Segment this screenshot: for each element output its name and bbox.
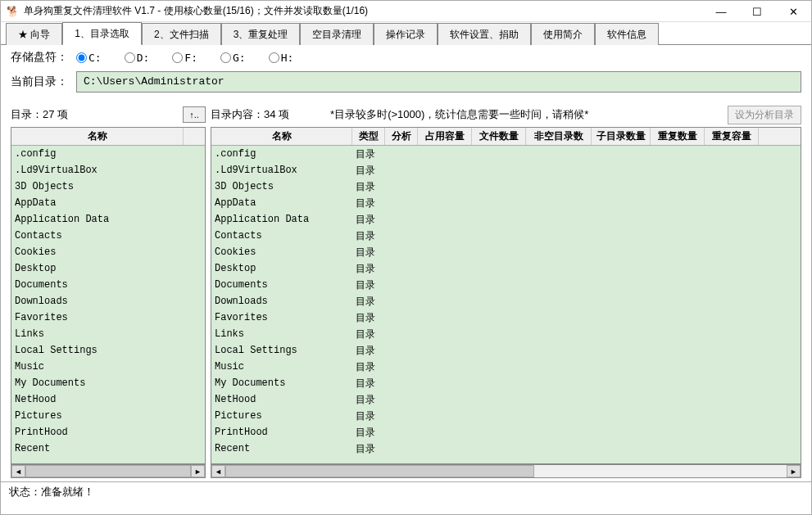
list-item[interactable]: Downloads: [11, 293, 205, 309]
tab-2[interactable]: 2、文件扫描: [142, 23, 221, 45]
table-row[interactable]: PrintHood目录: [211, 424, 801, 440]
list-item[interactable]: Application Data: [11, 211, 205, 228]
right-col-2[interactable]: 分析: [385, 128, 418, 145]
right-col-6[interactable]: 子目录数量: [592, 128, 651, 145]
table-row[interactable]: NetHood目录: [211, 391, 801, 408]
scroll-left-icon[interactable]: ◄: [211, 465, 225, 477]
right-pane: 目录内容：34 项 *目录较多时(>1000)，统计信息需要一些时间，请稍候* …: [211, 106, 801, 464]
right-col-5[interactable]: 非空目录数: [526, 128, 592, 145]
tab-8[interactable]: 软件信息: [595, 23, 659, 45]
status-text: 状态：准备就绪！: [9, 485, 94, 499]
minimize-button[interactable]: —: [703, 1, 739, 22]
hscroll-row: ◄ ► ◄ ►: [1, 464, 811, 481]
left-pane: 目录：27 项 ↑.. 名称 .config.Ld9VirtualBox3D O…: [11, 106, 206, 464]
content-list: 名称类型分析占用容量文件数量非空目录数子目录数量重复数量重复容量 .config…: [211, 127, 801, 464]
left-hscroll[interactable]: ◄ ►: [11, 464, 206, 478]
tab-5[interactable]: 操作记录: [374, 23, 438, 45]
right-col-3[interactable]: 占用容量: [418, 128, 472, 145]
up-directory-button[interactable]: ↑..: [183, 106, 206, 123]
list-item[interactable]: Cookies: [11, 244, 205, 260]
right-pane-header: 目录内容：34 项 *目录较多时(>1000)，统计信息需要一些时间，请稍候* …: [211, 106, 801, 124]
table-row[interactable]: Contacts目录: [211, 228, 801, 244]
tab-6[interactable]: 软件设置、捐助: [438, 23, 531, 45]
left-pane-header: 目录：27 项 ↑..: [11, 106, 206, 124]
right-col-8[interactable]: 重复容量: [705, 128, 759, 145]
list-item[interactable]: PrintHood: [11, 424, 205, 440]
table-row[interactable]: Local Settings目录: [211, 342, 801, 359]
tab-7[interactable]: 使用简介: [531, 23, 595, 45]
list-item[interactable]: Documents: [11, 277, 205, 293]
right-col-1[interactable]: 类型: [352, 128, 385, 145]
drive-label: 存储盘符：: [11, 50, 76, 65]
drive-radio-F[interactable]: F:: [172, 52, 197, 64]
left-list-header: 名称: [11, 128, 205, 146]
table-row[interactable]: Favorites目录: [211, 309, 801, 326]
right-col-0[interactable]: 名称: [211, 128, 352, 145]
table-row[interactable]: .config目录: [211, 146, 801, 162]
right-list-header: 名称类型分析占用容量文件数量非空目录数子目录数量重复数量重复容量: [211, 128, 801, 146]
list-item[interactable]: Music: [11, 359, 205, 375]
list-item[interactable]: AppData: [11, 195, 205, 211]
table-row[interactable]: Music目录: [211, 359, 801, 375]
table-row[interactable]: Cookies目录: [211, 244, 801, 260]
list-item[interactable]: Favorites: [11, 309, 205, 326]
list-item[interactable]: .config: [11, 146, 205, 162]
table-row[interactable]: Documents目录: [211, 277, 801, 293]
drive-row: 存储盘符： C:D:F:G:H:: [11, 50, 801, 65]
drive-radio-D[interactable]: D:: [125, 52, 150, 64]
close-button[interactable]: ✕: [775, 1, 811, 22]
left-col-name[interactable]: 名称: [11, 128, 184, 145]
path-label: 当前目录：: [11, 75, 76, 89]
right-list-body[interactable]: .config目录.Ld9VirtualBox目录3D Objects目录App…: [211, 146, 801, 463]
scroll-right-icon[interactable]: ►: [191, 465, 205, 477]
table-row[interactable]: Downloads目录: [211, 293, 801, 309]
current-path[interactable]: C:\Users\Administrator: [76, 71, 801, 93]
directory-list: 名称 .config.Ld9VirtualBox3D ObjectsAppDat…: [11, 127, 206, 464]
window-title: 单身狗重复文件清理软件 V1.7 - 使用核心数量(15/16)；文件并发读取数…: [24, 4, 368, 18]
table-row[interactable]: Links目录: [211, 326, 801, 342]
list-item[interactable]: Local Settings: [11, 342, 205, 359]
app-icon: 🐕: [6, 5, 19, 18]
list-item[interactable]: Contacts: [11, 228, 205, 244]
scroll-left-icon[interactable]: ◄: [11, 465, 25, 477]
directory-panel: 存储盘符： C:D:F:G:H: 当前目录： C:\Users\Administ…: [1, 45, 811, 102]
table-row[interactable]: Recent目录: [211, 440, 801, 457]
main-split: 目录：27 项 ↑.. 名称 .config.Ld9VirtualBox3D O…: [1, 102, 811, 464]
maximize-button[interactable]: ☐: [739, 1, 775, 22]
table-row[interactable]: 3D Objects目录: [211, 178, 801, 195]
table-row[interactable]: AppData目录: [211, 195, 801, 211]
table-row[interactable]: My Documents目录: [211, 375, 801, 391]
table-row[interactable]: Application Data目录: [211, 211, 801, 228]
status-bar: 状态：准备就绪！: [1, 481, 811, 501]
title-bar: 🐕 单身狗重复文件清理软件 V1.7 - 使用核心数量(15/16)；文件并发读…: [1, 1, 811, 22]
tab-1[interactable]: 1、目录选取: [62, 22, 142, 45]
list-item[interactable]: Recent: [11, 440, 205, 457]
left-list-body[interactable]: .config.Ld9VirtualBox3D ObjectsAppDataAp…: [11, 146, 205, 463]
right-hint: *目录较多时(>1000)，统计信息需要一些时间，请稍候*: [330, 107, 588, 122]
table-row[interactable]: Pictures目录: [211, 408, 801, 424]
list-item[interactable]: 3D Objects: [11, 178, 205, 195]
drive-radio-G[interactable]: G:: [220, 52, 246, 64]
tab-4[interactable]: 空目录清理: [300, 23, 374, 45]
path-row: 当前目录： C:\Users\Administrator: [11, 71, 801, 93]
drive-radio-H[interactable]: H:: [269, 52, 294, 64]
right-col-4[interactable]: 文件数量: [472, 128, 526, 145]
tab-3[interactable]: 3、重复处理: [221, 23, 301, 45]
list-item[interactable]: Pictures: [11, 408, 205, 424]
tab-0[interactable]: ★ 向导: [6, 23, 62, 45]
list-item[interactable]: .Ld9VirtualBox: [11, 162, 205, 178]
list-item[interactable]: My Documents: [11, 375, 205, 391]
right-hscroll[interactable]: ◄ ►: [211, 464, 801, 478]
right-col-7[interactable]: 重复数量: [651, 128, 705, 145]
window-controls: — ☐ ✕: [703, 1, 811, 22]
list-item[interactable]: NetHood: [11, 391, 205, 408]
list-item[interactable]: Links: [11, 326, 205, 342]
list-item[interactable]: Desktop: [11, 260, 205, 277]
right-count-label: 目录内容：34 项: [211, 107, 289, 122]
left-count-label: 目录：27 项: [11, 107, 68, 122]
table-row[interactable]: Desktop目录: [211, 260, 801, 277]
scroll-right-icon[interactable]: ►: [787, 465, 801, 477]
drive-radio-C[interactable]: C:: [76, 52, 102, 64]
table-row[interactable]: .Ld9VirtualBox目录: [211, 162, 801, 178]
set-analyze-dir-button[interactable]: 设为分析目录: [728, 106, 801, 124]
